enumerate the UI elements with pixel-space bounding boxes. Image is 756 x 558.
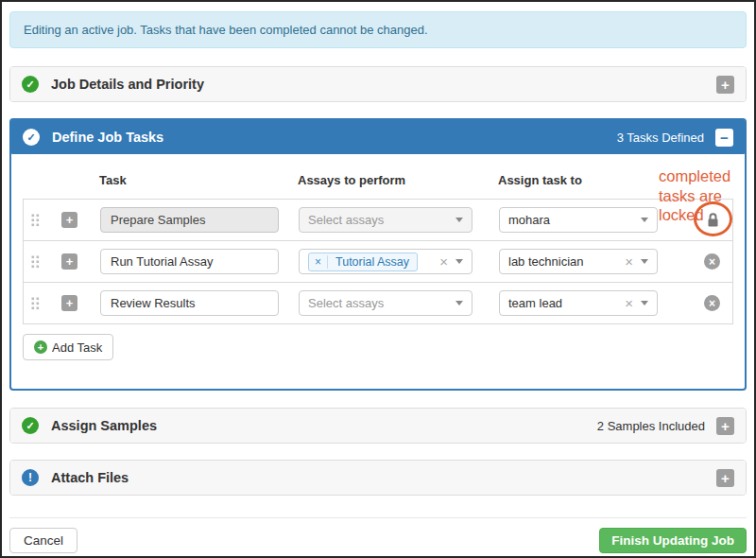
task-table-headers: Task Assays to perform Assign task to: [23, 173, 733, 188]
insert-task-button[interactable]: +: [61, 253, 77, 270]
insert-task-button[interactable]: +: [61, 295, 77, 311]
assays-select[interactable]: × Tutorial Assay ×: [299, 249, 472, 274]
task-name-input[interactable]: [100, 290, 279, 316]
dropdown-caret-icon: [641, 301, 648, 305]
define-tasks-body: Task Assays to perform Assign task to + …: [11, 154, 745, 389]
assays-select[interactable]: Select assays: [299, 290, 472, 316]
add-task-plus-icon: +: [34, 340, 47, 354]
drag-handle-icon[interactable]: [31, 297, 40, 310]
panel-job-details-title: Job Details and Priority: [51, 77, 204, 92]
drag-handle-icon[interactable]: [31, 255, 40, 269]
dropdown-caret-icon: [641, 259, 648, 264]
drag-handle-icon[interactable]: [31, 214, 40, 227]
footer-divider: [9, 517, 747, 518]
task-name-input[interactable]: [100, 249, 279, 274]
task-row: + × Tutorial Assay × lab technician × ×: [23, 240, 733, 283]
assay-tag: × Tutorial Assay: [308, 253, 418, 271]
clear-icon[interactable]: ×: [625, 254, 633, 269]
clear-icon[interactable]: ×: [439, 254, 448, 269]
panel-define-tasks-header[interactable]: ✓ Define Job Tasks 3 Tasks Defined −: [11, 120, 745, 154]
assign-select[interactable]: team lead ×: [499, 290, 658, 316]
add-task-label: Add Task: [52, 340, 102, 355]
info-alert: Editing an active job. Tasks that have b…: [9, 11, 747, 48]
remove-task-button[interactable]: ×: [704, 295, 720, 311]
assays-select-placeholder: Select assays: [308, 296, 384, 310]
assays-select: Select assays: [299, 207, 472, 233]
footer: Cancel Finish Updating Job: [9, 528, 747, 553]
remove-task-button[interactable]: ×: [704, 253, 720, 270]
expand-assign-samples-button[interactable]: +: [716, 417, 734, 435]
assign-select: mohara: [499, 207, 658, 233]
panel-job-details: ✓ Job Details and Priority +: [9, 66, 747, 102]
assign-select-value: lab technician: [508, 254, 584, 269]
task-row: + Select assays team lead × ×: [23, 282, 733, 324]
task-name-input: [100, 207, 279, 233]
dropdown-caret-icon: [455, 301, 463, 305]
check-circle-icon: ✓: [23, 129, 40, 146]
expand-attach-files-button[interactable]: +: [716, 469, 734, 487]
panel-attach-files: ! Attach Files +: [9, 460, 747, 496]
collapse-define-tasks-button[interactable]: −: [715, 129, 733, 147]
dropdown-caret-icon: [455, 259, 463, 264]
tasks-defined-badge: 3 Tasks Defined: [617, 131, 704, 145]
annotation-note: completed tasks are locked: [659, 166, 756, 225]
dropdown-caret-icon: [641, 218, 648, 222]
info-icon: !: [22, 469, 39, 486]
panel-define-tasks: ✓ Define Job Tasks 3 Tasks Defined − Tas…: [9, 118, 747, 391]
tag-remove-icon[interactable]: ×: [309, 255, 328, 269]
expand-job-details-button[interactable]: +: [716, 76, 734, 94]
column-header-assign: Assign task to: [498, 173, 582, 187]
assays-select-placeholder: Select assays: [308, 213, 384, 227]
column-header-assays: Assays to perform: [298, 173, 405, 187]
cancel-button[interactable]: Cancel: [9, 528, 77, 553]
panel-attach-files-header[interactable]: ! Attach Files +: [10, 461, 746, 495]
panel-assign-samples-title: Assign Samples: [51, 418, 157, 433]
add-task-button[interactable]: + Add Task: [23, 334, 113, 360]
task-row: + Select assays mohara: [23, 199, 733, 241]
assign-select-value: team lead: [508, 296, 562, 310]
assign-select-value: mohara: [508, 213, 550, 227]
panel-attach-files-title: Attach Files: [51, 470, 129, 485]
panel-job-details-header[interactable]: ✓ Job Details and Priority +: [10, 67, 746, 101]
check-circle-icon: ✓: [22, 417, 39, 434]
column-header-task: Task: [99, 173, 127, 187]
finish-updating-job-button[interactable]: Finish Updating Job: [599, 528, 747, 553]
samples-included-badge: 2 Samples Included: [597, 419, 705, 433]
insert-task-button[interactable]: +: [61, 212, 77, 228]
assign-select[interactable]: lab technician ×: [499, 249, 658, 274]
alert-text: Editing an active job. Tasks that have b…: [24, 23, 428, 37]
panel-assign-samples-header[interactable]: ✓ Assign Samples 2 Samples Included +: [10, 409, 746, 443]
assay-tag-label: Tutorial Assay: [328, 255, 417, 269]
clear-icon[interactable]: ×: [625, 296, 633, 310]
dropdown-caret-icon: [455, 218, 463, 222]
panel-define-tasks-title: Define Job Tasks: [52, 130, 163, 145]
panel-assign-samples: ✓ Assign Samples 2 Samples Included +: [9, 408, 747, 444]
check-circle-icon: ✓: [22, 76, 39, 93]
